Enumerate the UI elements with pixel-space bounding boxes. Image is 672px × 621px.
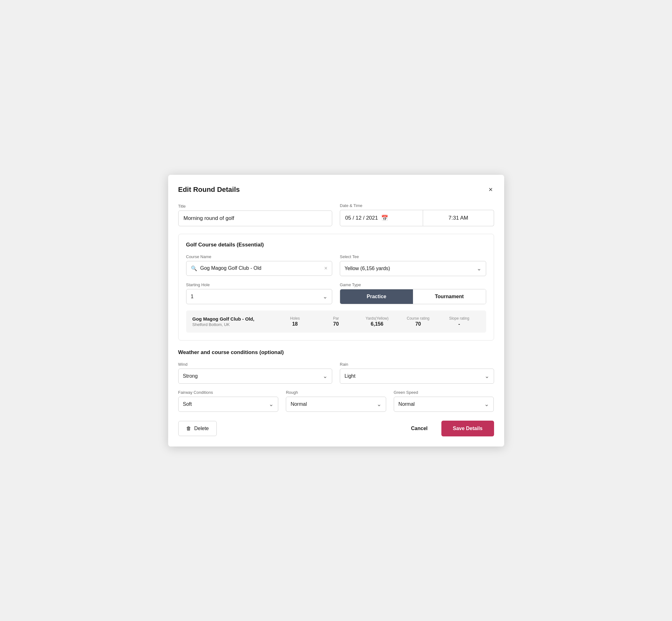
slope-rating-value: - <box>438 321 479 327</box>
fairway-value: Soft <box>183 401 266 407</box>
chevron-down-icon: ⌄ <box>377 401 381 408</box>
golf-section-title: Golf Course details (Essential) <box>186 242 486 248</box>
course-holes-stat: Holes 18 <box>275 316 316 327</box>
wind-rain-row: Wind Strong ⌄ Rain Light ⌄ <box>178 362 494 384</box>
rough-label: Rough <box>286 390 386 395</box>
datetime-label: Date & Time <box>340 203 494 208</box>
fairway-label: Fairway Conditions <box>178 390 279 395</box>
chevron-down-icon: ⌄ <box>323 373 328 380</box>
chevron-down-icon: ⌄ <box>484 401 489 408</box>
date-field[interactable]: 05 / 12 / 2021 📅 <box>340 210 423 226</box>
select-tee-group: Select Tee Yellow (6,156 yards) ⌄ <box>340 254 486 276</box>
green-speed-group: Green Speed Normal ⌄ <box>394 390 494 412</box>
rough-value: Normal <box>291 401 374 407</box>
cancel-button[interactable]: Cancel <box>405 421 434 436</box>
wind-value: Strong <box>183 373 320 379</box>
weather-section: Weather and course conditions (optional)… <box>178 349 494 412</box>
starting-hole-value: 1 <box>191 294 320 299</box>
date-value: 05 / 12 / 2021 <box>345 215 378 221</box>
close-button[interactable]: × <box>488 185 494 194</box>
rough-group: Rough Normal ⌄ <box>286 390 386 412</box>
modal-title: Edit Round Details <box>178 185 240 194</box>
title-field-group: Title <box>178 204 333 226</box>
fairway-dropdown[interactable]: Soft ⌄ <box>178 397 279 412</box>
course-yards-stat: Yards(Yellow) 6,156 <box>356 316 397 327</box>
delete-button[interactable]: 🗑 Delete <box>178 421 217 436</box>
rain-label: Rain <box>340 362 494 367</box>
tournament-toggle-button[interactable]: Tournament <box>413 289 486 304</box>
wind-label: Wind <box>178 362 333 367</box>
starting-hole-gametype-row: Starting Hole 1 ⌄ Game Type Practice Tou… <box>186 282 486 304</box>
course-rating-value: 70 <box>397 321 438 327</box>
starting-hole-label: Starting Hole <box>186 282 333 287</box>
course-location: Shelford Bottom, UK <box>193 322 275 327</box>
modal-header: Edit Round Details × <box>178 185 494 194</box>
chevron-down-icon: ⌄ <box>477 265 481 272</box>
fairway-group: Fairway Conditions Soft ⌄ <box>178 390 279 412</box>
rain-dropdown[interactable]: Light ⌄ <box>340 369 494 384</box>
course-name-value: Gog Magog Golf Club - Old <box>200 265 321 271</box>
yards-label: Yards(Yellow) <box>356 316 397 321</box>
rain-value: Light <box>344 373 481 379</box>
footer-right: Cancel Save Details <box>405 421 494 437</box>
datetime-row: 05 / 12 / 2021 📅 7:31 AM <box>340 210 494 226</box>
par-label: Par <box>316 316 356 321</box>
holes-value: 18 <box>275 321 316 327</box>
green-speed-value: Normal <box>398 401 481 407</box>
course-name-label: Course Name <box>186 254 333 259</box>
yards-value: 6,156 <box>356 321 397 327</box>
title-input[interactable] <box>178 210 333 226</box>
golf-course-section: Golf Course details (Essential) Course N… <box>178 234 494 340</box>
green-speed-dropdown[interactable]: Normal ⌄ <box>394 397 494 412</box>
footer-row: 🗑 Delete Cancel Save Details <box>178 421 494 437</box>
holes-label: Holes <box>275 316 316 321</box>
slope-rating-label: Slope rating <box>438 316 479 321</box>
chevron-down-icon: ⌄ <box>485 373 489 380</box>
game-type-label: Game Type <box>340 282 486 287</box>
time-field[interactable]: 7:31 AM <box>423 210 494 226</box>
course-name-tee-row: Course Name 🔍 Gog Magog Golf Club - Old … <box>186 254 486 276</box>
course-rating-stat: Course rating 70 <box>397 316 438 327</box>
course-info-name: Gog Magog Golf Club - Old, Shelford Bott… <box>193 316 275 327</box>
slope-rating-stat: Slope rating - <box>438 316 479 327</box>
chevron-down-icon: ⌄ <box>269 401 274 408</box>
rain-group: Rain Light ⌄ <box>340 362 494 384</box>
trash-icon: 🗑 <box>186 426 191 431</box>
course-name-input[interactable]: 🔍 Gog Magog Golf Club - Old × <box>186 261 333 276</box>
game-type-group: Game Type Practice Tournament <box>340 282 486 304</box>
clear-course-icon[interactable]: × <box>324 265 328 272</box>
fairway-rough-green-row: Fairway Conditions Soft ⌄ Rough Normal ⌄… <box>178 390 494 412</box>
starting-hole-group: Starting Hole 1 ⌄ <box>186 282 333 304</box>
course-info-bar: Gog Magog Golf Club - Old, Shelford Bott… <box>186 310 486 333</box>
wind-dropdown[interactable]: Strong ⌄ <box>178 369 333 384</box>
search-icon: 🔍 <box>191 265 197 272</box>
edit-round-modal: Edit Round Details × Title Date & Time 0… <box>168 175 504 447</box>
time-value: 7:31 AM <box>449 215 468 221</box>
game-type-toggle: Practice Tournament <box>340 289 486 304</box>
course-par-stat: Par 70 <box>316 316 356 327</box>
calendar-icon: 📅 <box>381 215 388 221</box>
datetime-field-group: Date & Time 05 / 12 / 2021 📅 7:31 AM <box>340 203 494 226</box>
wind-group: Wind Strong ⌄ <box>178 362 333 384</box>
par-value: 70 <box>316 321 356 327</box>
course-name-group: Course Name 🔍 Gog Magog Golf Club - Old … <box>186 254 333 276</box>
select-tee-dropdown[interactable]: Yellow (6,156 yards) ⌄ <box>340 261 486 276</box>
save-button[interactable]: Save Details <box>442 421 494 437</box>
title-label: Title <box>178 204 333 209</box>
course-rating-label: Course rating <box>397 316 438 321</box>
weather-section-title: Weather and course conditions (optional) <box>178 349 494 356</box>
practice-toggle-button[interactable]: Practice <box>340 289 413 304</box>
select-tee-label: Select Tee <box>340 254 486 259</box>
chevron-down-icon: ⌄ <box>323 293 328 300</box>
course-display-name: Gog Magog Golf Club - Old, <box>193 316 275 322</box>
starting-hole-dropdown[interactable]: 1 ⌄ <box>186 289 333 304</box>
top-fields-row: Title Date & Time 05 / 12 / 2021 📅 7:31 … <box>178 203 494 226</box>
delete-label: Delete <box>194 426 209 431</box>
green-speed-label: Green Speed <box>394 390 494 395</box>
rough-dropdown[interactable]: Normal ⌄ <box>286 397 386 412</box>
select-tee-value: Yellow (6,156 yards) <box>344 266 473 272</box>
